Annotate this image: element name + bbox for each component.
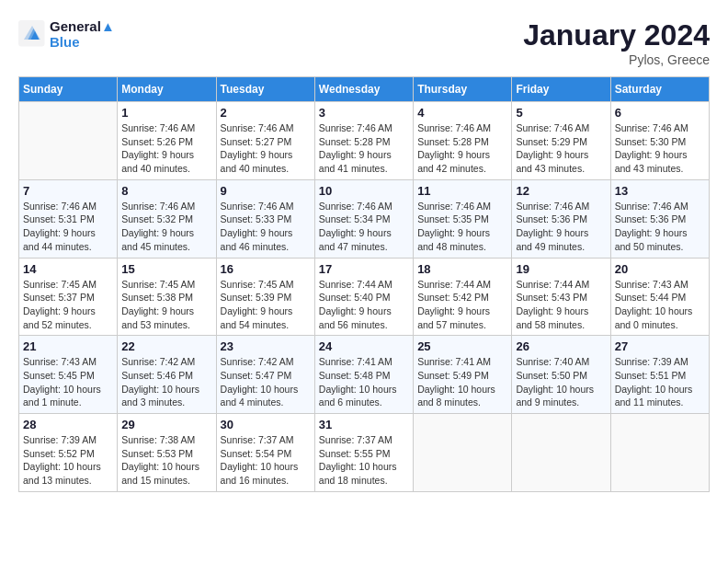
day-number: 20: [615, 262, 705, 276]
table-row: 13Sunrise: 7:46 AMSunset: 5:36 PMDayligh…: [610, 179, 709, 258]
day-info: Sunrise: 7:41 AMSunset: 5:48 PMDaylight:…: [319, 355, 409, 409]
day-info: Sunrise: 7:37 AMSunset: 5:55 PMDaylight:…: [319, 433, 409, 488]
day-info: Sunrise: 7:46 AMSunset: 5:27 PMDaylight:…: [221, 121, 311, 176]
table-row: 12Sunrise: 7:46 AMSunset: 5:36 PMDayligh…: [512, 179, 610, 258]
table-row: 20Sunrise: 7:43 AMSunset: 5:44 PMDayligh…: [610, 258, 709, 336]
table-row: 22Sunrise: 7:42 AMSunset: 5:46 PMDayligh…: [118, 336, 216, 414]
day-number: 13: [615, 184, 705, 198]
logo: General▲ Blue: [18, 18, 115, 50]
table-row: [19, 102, 118, 180]
day-info: Sunrise: 7:37 AMSunset: 5:54 PMDaylight:…: [221, 433, 311, 488]
table-row: 2Sunrise: 7:46 AMSunset: 5:27 PMDaylight…: [216, 102, 314, 180]
month-title: January 2024: [523, 18, 710, 52]
table-row: [610, 414, 709, 492]
logo-text: General▲ Blue: [50, 18, 115, 50]
col-wednesday: Wednesday: [314, 77, 413, 102]
day-info: Sunrise: 7:46 AMSunset: 5:28 PMDaylight:…: [319, 121, 409, 176]
table-row: [414, 414, 512, 492]
table-row: 9Sunrise: 7:46 AMSunset: 5:33 PMDaylight…: [216, 179, 314, 258]
day-number: 29: [121, 418, 211, 431]
day-number: 16: [221, 262, 311, 276]
day-info: Sunrise: 7:45 AMSunset: 5:39 PMDaylight:…: [221, 278, 311, 332]
day-info: Sunrise: 7:46 AMSunset: 5:35 PMDaylight:…: [417, 200, 507, 254]
calendar-week-row: 21Sunrise: 7:43 AMSunset: 5:45 PMDayligh…: [19, 336, 710, 414]
day-number: 12: [516, 184, 606, 198]
table-row: 26Sunrise: 7:40 AMSunset: 5:50 PMDayligh…: [512, 336, 610, 414]
col-saturday: Saturday: [610, 77, 709, 102]
table-row: [512, 414, 610, 492]
day-number: 2: [221, 106, 311, 120]
table-row: 19Sunrise: 7:44 AMSunset: 5:43 PMDayligh…: [512, 258, 610, 336]
table-row: 31Sunrise: 7:37 AMSunset: 5:55 PMDayligh…: [314, 414, 413, 492]
day-info: Sunrise: 7:46 AMSunset: 5:31 PMDaylight:…: [23, 200, 113, 254]
day-number: 25: [417, 339, 507, 353]
day-number: 18: [417, 262, 507, 276]
table-row: 16Sunrise: 7:45 AMSunset: 5:39 PMDayligh…: [216, 258, 314, 336]
calendar-week-row: 1Sunrise: 7:46 AMSunset: 5:26 PMDaylight…: [19, 102, 710, 180]
day-number: 27: [615, 339, 705, 353]
col-monday: Monday: [118, 77, 216, 102]
table-row: 15Sunrise: 7:45 AMSunset: 5:38 PMDayligh…: [118, 258, 216, 336]
day-info: Sunrise: 7:46 AMSunset: 5:36 PMDaylight:…: [516, 200, 606, 254]
day-number: 23: [221, 339, 311, 353]
title-block: January 2024 Pylos, Greece: [523, 18, 710, 67]
table-row: 23Sunrise: 7:42 AMSunset: 5:47 PMDayligh…: [216, 336, 314, 414]
day-number: 26: [516, 339, 606, 353]
day-number: 1: [121, 106, 211, 120]
table-row: 6Sunrise: 7:46 AMSunset: 5:30 PMDaylight…: [610, 102, 709, 180]
col-friday: Friday: [512, 77, 610, 102]
day-info: Sunrise: 7:46 AMSunset: 5:26 PMDaylight:…: [121, 121, 211, 176]
page-header: General▲ Blue January 2024 Pylos, Greece: [18, 18, 710, 67]
table-row: 8Sunrise: 7:46 AMSunset: 5:32 PMDaylight…: [118, 179, 216, 258]
table-row: 1Sunrise: 7:46 AMSunset: 5:26 PMDaylight…: [118, 102, 216, 180]
day-info: Sunrise: 7:41 AMSunset: 5:49 PMDaylight:…: [417, 355, 507, 409]
day-number: 15: [121, 262, 211, 276]
table-row: 18Sunrise: 7:44 AMSunset: 5:42 PMDayligh…: [414, 258, 512, 336]
day-number: 21: [23, 339, 113, 353]
day-info: Sunrise: 7:42 AMSunset: 5:47 PMDaylight:…: [221, 355, 311, 409]
table-row: 28Sunrise: 7:39 AMSunset: 5:52 PMDayligh…: [19, 414, 118, 492]
table-row: 27Sunrise: 7:39 AMSunset: 5:51 PMDayligh…: [610, 336, 709, 414]
day-number: 6: [615, 106, 705, 120]
logo-icon: [18, 20, 46, 48]
day-info: Sunrise: 7:40 AMSunset: 5:50 PMDaylight:…: [516, 355, 606, 409]
day-info: Sunrise: 7:45 AMSunset: 5:37 PMDaylight:…: [23, 278, 113, 332]
table-row: 3Sunrise: 7:46 AMSunset: 5:28 PMDaylight…: [314, 102, 413, 180]
day-number: 30: [221, 418, 311, 431]
day-info: Sunrise: 7:38 AMSunset: 5:53 PMDaylight:…: [121, 433, 211, 488]
day-info: Sunrise: 7:45 AMSunset: 5:38 PMDaylight:…: [121, 278, 211, 332]
day-number: 7: [23, 184, 113, 198]
table-row: 17Sunrise: 7:44 AMSunset: 5:40 PMDayligh…: [314, 258, 413, 336]
table-row: 4Sunrise: 7:46 AMSunset: 5:28 PMDaylight…: [414, 102, 512, 180]
col-sunday: Sunday: [19, 77, 118, 102]
day-number: 3: [319, 106, 409, 120]
calendar-header-row: Sunday Monday Tuesday Wednesday Thursday…: [19, 77, 710, 102]
table-row: 24Sunrise: 7:41 AMSunset: 5:48 PMDayligh…: [314, 336, 413, 414]
day-info: Sunrise: 7:44 AMSunset: 5:42 PMDaylight:…: [417, 278, 507, 332]
table-row: 7Sunrise: 7:46 AMSunset: 5:31 PMDaylight…: [19, 179, 118, 258]
day-number: 11: [417, 184, 507, 198]
day-number: 24: [319, 339, 409, 353]
location: Pylos, Greece: [523, 52, 710, 67]
day-number: 8: [121, 184, 211, 198]
day-number: 19: [516, 262, 606, 276]
table-row: 11Sunrise: 7:46 AMSunset: 5:35 PMDayligh…: [414, 179, 512, 258]
day-number: 5: [516, 106, 606, 120]
table-row: 21Sunrise: 7:43 AMSunset: 5:45 PMDayligh…: [19, 336, 118, 414]
table-row: 14Sunrise: 7:45 AMSunset: 5:37 PMDayligh…: [19, 258, 118, 336]
table-row: 25Sunrise: 7:41 AMSunset: 5:49 PMDayligh…: [414, 336, 512, 414]
day-number: 4: [417, 106, 507, 120]
table-row: 30Sunrise: 7:37 AMSunset: 5:54 PMDayligh…: [216, 414, 314, 492]
day-number: 14: [23, 262, 113, 276]
day-info: Sunrise: 7:42 AMSunset: 5:46 PMDaylight:…: [121, 355, 211, 409]
day-info: Sunrise: 7:46 AMSunset: 5:34 PMDaylight:…: [319, 200, 409, 254]
calendar-week-row: 14Sunrise: 7:45 AMSunset: 5:37 PMDayligh…: [19, 258, 710, 336]
day-info: Sunrise: 7:46 AMSunset: 5:29 PMDaylight:…: [516, 121, 606, 176]
day-number: 17: [319, 262, 409, 276]
day-number: 22: [121, 339, 211, 353]
calendar-table: Sunday Monday Tuesday Wednesday Thursday…: [18, 76, 710, 492]
day-info: Sunrise: 7:43 AMSunset: 5:45 PMDaylight:…: [23, 355, 113, 409]
day-info: Sunrise: 7:46 AMSunset: 5:30 PMDaylight:…: [615, 121, 705, 176]
day-info: Sunrise: 7:46 AMSunset: 5:32 PMDaylight:…: [121, 200, 211, 254]
table-row: 10Sunrise: 7:46 AMSunset: 5:34 PMDayligh…: [314, 179, 413, 258]
